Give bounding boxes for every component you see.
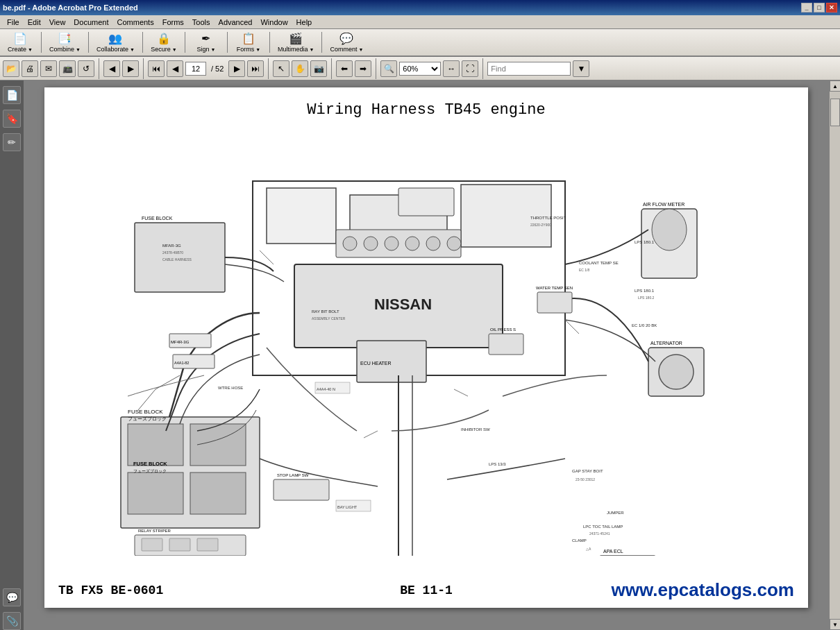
find-dropdown-button[interactable]: ▼ (573, 60, 589, 77)
svg-text:OIL PRESS S: OIL PRESS S (490, 327, 516, 332)
main-layout: 📄 🔖 ✏ 💬 📎 Wiring Harness TB45 engine (0, 80, 840, 630)
open-folder-button[interactable]: 📂 (3, 60, 19, 77)
menu-comments[interactable]: Comments (113, 17, 158, 28)
menu-view[interactable]: View (45, 17, 70, 28)
secure-button[interactable]: 🔒 Secure ▼ (146, 31, 181, 54)
svg-text:A4A4-40 N: A4A4-40 N (317, 387, 335, 391)
find-input[interactable] (487, 62, 571, 76)
svg-text:EC 1/0 20 BK: EC 1/0 20 BK (632, 323, 657, 327)
maximize-button[interactable]: □ (814, 3, 825, 12)
menu-forms[interactable]: Forms (158, 17, 188, 28)
combine-button[interactable]: 📑 Combine ▼ (45, 31, 85, 54)
nav-sep5 (376, 58, 376, 79)
svg-text:WTRE HOSE: WTRE HOSE (218, 386, 243, 390)
pages-panel-button[interactable]: 📄 (3, 86, 21, 104)
sep6 (269, 32, 270, 53)
svg-text:BAY LIGHT: BAY LIGHT (337, 505, 358, 509)
svg-text:AIR FLOW METER: AIR FLOW METER (643, 202, 684, 207)
menu-file[interactable]: File (3, 17, 24, 28)
forward-button[interactable]: ▶ (122, 60, 139, 77)
scroll-left-button[interactable]: ⬅ (336, 60, 353, 77)
svg-point-37 (364, 237, 378, 250)
refresh-button[interactable]: ↺ (78, 60, 94, 77)
sign-label: Sign ▼ (196, 46, 215, 53)
svg-text:INHIBITOR SW: INHIBITOR SW (461, 427, 490, 432)
left-sidebar: 📄 🔖 ✏ 💬 📎 (0, 80, 24, 630)
next-page-button[interactable]: ▶ (228, 60, 245, 77)
minimize-button[interactable]: _ (801, 3, 812, 12)
forms-icon: 📋 (242, 32, 255, 45)
page-number-input[interactable] (185, 62, 206, 76)
scroll-track[interactable] (830, 92, 840, 619)
svg-point-39 (405, 237, 419, 250)
prev-page-button[interactable]: ◀ (167, 60, 183, 77)
svg-text:ASSEMBLY CENTER: ASSEMBLY CENTER (312, 316, 346, 321)
scroll-up-button[interactable]: ▲ (830, 80, 840, 92)
menu-advanced[interactable]: Advanced (215, 17, 257, 28)
pdf-area[interactable]: Wiring Harness TB45 engine NISSAN (24, 80, 829, 630)
svg-text:LPS 13/3: LPS 13/3 (489, 462, 506, 466)
sign-button[interactable]: ✒ Sign ▼ (189, 31, 224, 54)
toolbar: 📄 Create ▼ 📑 Combine ▼ 👥 Collaborate ▼ 🔒… (0, 29, 840, 57)
annotations-panel-button[interactable]: ✏ (3, 133, 21, 151)
svg-text:22620-2Y900: 22620-2Y900 (530, 223, 551, 227)
zoom-out-button[interactable]: 🔍 (380, 60, 397, 77)
comment-button[interactable]: 💬 Comment ▼ (326, 31, 367, 54)
forms-dropdown-arrow: ▼ (255, 47, 260, 52)
snapshot-tool-button[interactable]: 📷 (310, 60, 327, 77)
zoom-fit-width-button[interactable]: ↔ (443, 60, 460, 77)
svg-rect-10 (190, 472, 246, 514)
svg-text:LPS 180.1: LPS 180.1 (635, 240, 655, 244)
zoom-select[interactable]: 60% 50% 75% 100% 125% 150% 200% (399, 62, 441, 76)
svg-text:EC 1/8: EC 1/8 (579, 268, 590, 272)
scroll-thumb[interactable] (830, 99, 840, 126)
svg-rect-31 (489, 334, 523, 355)
svg-text:ALTERNATOR: ALTERNATOR (650, 341, 682, 346)
secure-dropdown-arrow: ▼ (172, 47, 177, 52)
scroll-right-button[interactable]: ➡ (355, 60, 371, 77)
last-page-button[interactable]: ⏭ (247, 60, 264, 77)
fax-button[interactable]: 📠 (59, 60, 76, 77)
comment-dropdown-arrow: ▼ (358, 47, 363, 52)
svg-text:WATER TEMP SEN: WATER TEMP SEN (536, 286, 573, 290)
svg-text:ECU HEATER: ECU HEATER (360, 361, 392, 366)
close-button[interactable]: ✕ (826, 3, 837, 12)
sep5 (227, 32, 228, 53)
create-label: Create ▼ (8, 46, 33, 53)
menu-window[interactable]: Window (256, 17, 292, 28)
svg-rect-42 (274, 479, 329, 500)
create-button[interactable]: 📄 Create ▼ (3, 31, 37, 54)
forms-button[interactable]: 📋 Forms ▼ (231, 31, 266, 54)
menu-edit[interactable]: Edit (24, 17, 45, 28)
scroll-down-button[interactable]: ▼ (830, 619, 840, 630)
collaborate-button[interactable]: 👥 Collaborate ▼ (92, 31, 139, 54)
first-page-button[interactable]: ⏮ (148, 60, 165, 77)
sep4 (185, 32, 185, 53)
svg-rect-7 (128, 424, 183, 466)
attachment-panel-button[interactable]: 📎 (3, 612, 21, 630)
multimedia-label: Multimedia ▼ (278, 46, 314, 53)
multimedia-dropdown-arrow: ▼ (309, 47, 314, 52)
email-button[interactable]: ✉ (40, 60, 57, 77)
bookmarks-panel-button[interactable]: 🔖 (3, 110, 21, 128)
right-scrollbar: ▲ ▼ (829, 80, 840, 630)
comment-panel-button[interactable]: 💬 (3, 588, 21, 606)
comment-label: Comment ▼ (330, 46, 363, 53)
svg-line-92 (364, 431, 378, 438)
multimedia-button[interactable]: 🎬 Multimedia ▼ (274, 31, 318, 54)
back-button[interactable]: ◀ (103, 60, 120, 77)
sep2 (88, 32, 89, 53)
svg-text:GAP STAY BOIT: GAP STAY BOIT (572, 469, 603, 473)
multimedia-icon: 🎬 (289, 32, 303, 45)
zoom-fit-page-button[interactable]: ⛶ (462, 60, 478, 77)
svg-point-17 (659, 355, 694, 389)
hand-tool-button[interactable]: ✋ (292, 60, 308, 77)
svg-text:COOLANT TEMP SE: COOLANT TEMP SE (579, 261, 619, 265)
print-button[interactable]: 🖨 (22, 60, 38, 77)
menu-document[interactable]: Document (69, 17, 112, 28)
menu-tools[interactable]: Tools (188, 17, 215, 28)
select-tool-button[interactable]: ↖ (273, 60, 289, 77)
wiring-diagram-svg: NISSAN FUSE BLOCK フューズブロック AIR FLOW METE… (58, 126, 794, 556)
collaborate-icon: 👥 (108, 32, 122, 45)
menu-help[interactable]: Help (292, 17, 317, 28)
